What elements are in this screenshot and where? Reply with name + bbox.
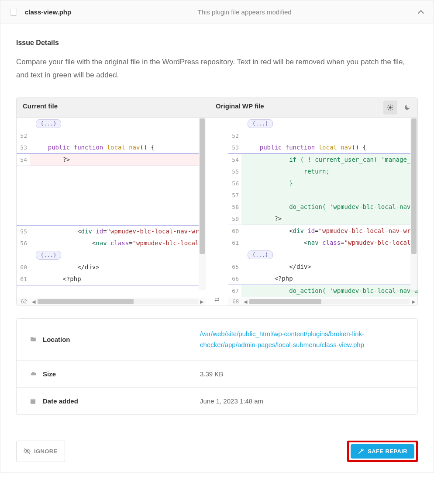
diff-body: (...) 52 53 public function local_nav() …: [17, 118, 417, 306]
info-row-date: Date added June 1, 2023 1:48 am: [17, 388, 417, 414]
file-location-link[interactable]: /var/web/site/public_html/wp-content/plu…: [200, 328, 404, 351]
file-date-value: June 1, 2023 1:48 am: [200, 397, 404, 405]
filename-label: class-view.php: [25, 8, 71, 16]
wrench-icon: [358, 448, 364, 455]
svg-point-0: [389, 106, 391, 108]
file-info-box: Location /var/web/site/public_html/wp-co…: [16, 318, 418, 415]
diff-right-pane: (...) 52 53 public function local_nav() …: [228, 118, 417, 306]
light-theme-button[interactable]: [383, 101, 397, 115]
diff-viewer: Current file Original WP file: [16, 97, 418, 306]
diff-right-scroll[interactable]: (...) 52 53 public function local_nav() …: [228, 118, 417, 298]
folder-icon: [30, 336, 43, 342]
scroll-left-icon[interactable]: ◀: [30, 299, 38, 305]
file-checkbox[interactable]: [10, 9, 17, 16]
svg-line-6: [392, 109, 392, 109]
horizontal-scrollbar[interactable]: 62 ◀ ▶: [17, 298, 206, 306]
file-size-value: 3.39 KB: [200, 370, 404, 378]
scroll-right-icon[interactable]: ▶: [410, 299, 417, 305]
panel-body: Issue Details Compare your file with the…: [0, 24, 434, 430]
fold-marker[interactable]: (...): [248, 119, 273, 128]
diff-left-scroll[interactable]: (...) 52 53 public function local_nav() …: [17, 118, 206, 298]
scroll-right-icon[interactable]: ▶: [198, 299, 206, 305]
dark-theme-button[interactable]: [400, 101, 414, 115]
svg-line-8: [392, 105, 392, 106]
svg-line-7: [388, 109, 389, 109]
safe-repair-highlight: SAFE REPAIR: [347, 441, 418, 462]
file-issue-panel: class-view.php This plugin file appears …: [0, 0, 434, 473]
accordion-header[interactable]: class-view.php This plugin file appears …: [0, 0, 434, 24]
file-status-label: This plugin file appears modified: [71, 8, 418, 16]
theme-toggle-group: [380, 98, 417, 117]
safe-repair-button[interactable]: SAFE REPAIR: [351, 444, 414, 459]
diff-header: Current file Original WP file: [17, 98, 417, 118]
issue-details-heading: Issue Details: [16, 39, 418, 47]
vertical-scrollbar[interactable]: [410, 118, 417, 290]
sync-scroll-icon[interactable]: ⇄: [206, 296, 228, 306]
sun-icon: [387, 104, 394, 111]
fold-marker[interactable]: (...): [36, 251, 61, 260]
diff-left-title: Current file: [17, 98, 187, 117]
issue-description: Compare your file with the original file…: [16, 56, 418, 82]
moon-icon: [404, 104, 410, 111]
svg-rect-10: [31, 399, 35, 400]
fold-marker[interactable]: (...): [36, 119, 61, 128]
diff-left-pane: (...) 52 53 public function local_nav() …: [17, 118, 206, 306]
scroll-left-icon[interactable]: ◀: [241, 299, 249, 305]
ignore-button[interactable]: IGNORE: [16, 441, 65, 462]
svg-line-5: [388, 105, 389, 106]
horizontal-scrollbar[interactable]: 68 ◀ ▶: [228, 298, 417, 306]
fold-marker[interactable]: (...): [248, 250, 273, 259]
cloud-icon: [30, 371, 43, 377]
actions-bar: IGNORE SAFE REPAIR: [0, 430, 434, 473]
diff-right-title: Original WP file: [210, 98, 380, 117]
info-row-location: Location /var/web/site/public_html/wp-co…: [17, 319, 417, 361]
vertical-scrollbar[interactable]: [199, 118, 206, 290]
info-row-size: Size 3.39 KB: [17, 361, 417, 388]
diff-gutter: ⇄: [206, 118, 228, 306]
calendar-icon: [30, 398, 43, 404]
chevron-up-icon[interactable]: [418, 9, 424, 15]
eye-off-icon: [24, 448, 31, 455]
